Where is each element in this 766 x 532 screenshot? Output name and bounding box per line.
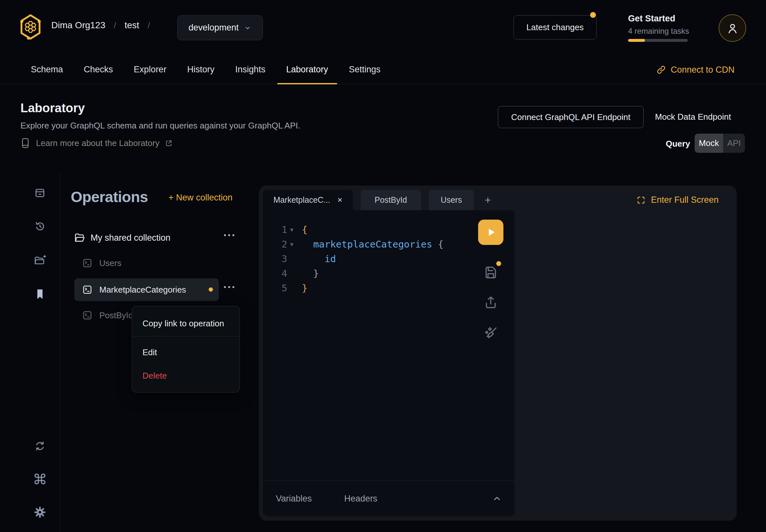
prettify-query-button[interactable] <box>483 325 499 341</box>
headers-tab[interactable]: Headers <box>344 494 377 504</box>
command-glyph: ⌘ <box>33 471 47 488</box>
operation-icon <box>82 258 93 269</box>
refresh-icon[interactable] <box>34 440 46 452</box>
code-token: } <box>302 283 307 294</box>
environment-selector[interactable]: development <box>177 15 263 40</box>
command-menu-icon[interactable]: ⌘ <box>34 473 46 485</box>
play-icon <box>484 226 497 239</box>
tab-settings[interactable]: Settings <box>340 55 390 84</box>
operation-icon <box>82 284 93 295</box>
code-line: 5 } <box>263 281 515 295</box>
fold-caret-icon[interactable]: ▾ <box>287 226 302 234</box>
get-started-title[interactable]: Get Started <box>628 14 675 24</box>
saved-operations-icon[interactable] <box>34 187 46 199</box>
operation-row-users[interactable]: Users <box>82 254 121 272</box>
enter-full-screen-label: Enter Full Screen <box>651 195 719 205</box>
operation-icon <box>82 310 93 321</box>
code-token: { <box>438 239 444 250</box>
user-avatar[interactable] <box>719 14 746 42</box>
get-started-subtitle: 4 remaining tasks <box>628 27 689 36</box>
line-number: 4 <box>263 268 287 279</box>
breadcrumb-project[interactable]: test <box>125 20 139 30</box>
tab-insights[interactable]: Insights <box>226 55 274 84</box>
editor-tab-label: Users <box>441 195 462 205</box>
variables-tab[interactable]: Variables <box>276 494 312 504</box>
line-number: 2 <box>263 239 287 250</box>
operation-label: Users <box>99 258 121 268</box>
tab-checks[interactable]: Checks <box>75 55 122 84</box>
editor-tab-marketplacecategories[interactable]: MarketplaceC... × <box>263 190 353 210</box>
editor-tab-label: MarketplaceC... <box>273 195 330 205</box>
menu-item-copy-link[interactable]: Copy link to operation <box>142 319 224 329</box>
line-number: 5 <box>263 283 287 294</box>
new-collection-button[interactable]: + New collection <box>168 193 232 203</box>
connect-to-cdn-link[interactable]: Connect to CDN <box>656 55 735 84</box>
run-query-button[interactable] <box>478 220 504 245</box>
operation-row-marketplacecategories[interactable]: MarketplaceCategories <box>74 278 219 301</box>
mock-endpoint-label: Mock Data Endpoint <box>655 112 731 122</box>
breadcrumb-org[interactable]: Dima Org123 <box>51 20 105 30</box>
query-code-editor[interactable]: 1 ▾ { 2 ▾ marketplaceCategories { 3 id <box>263 210 515 480</box>
menu-item-edit[interactable]: Edit <box>142 347 157 357</box>
laboratory-page: Dima Org123 / test / development Latest … <box>0 0 766 532</box>
operation-menu-button[interactable] <box>224 286 234 288</box>
toggle-option-mock[interactable]: Mock <box>695 134 723 153</box>
mock-data-endpoint-button[interactable]: Mock Data Endpoint <box>655 106 731 127</box>
editor-tab-postbyid[interactable]: PostById <box>360 190 421 210</box>
page-title: Laboratory <box>20 101 85 115</box>
fold-caret-icon[interactable]: ▾ <box>287 240 302 248</box>
bookmark-icon[interactable] <box>34 288 46 300</box>
collapse-panel-button[interactable] <box>491 492 504 505</box>
breadcrumb-separator: / <box>114 20 116 30</box>
code-token: marketplaceCategories <box>313 239 438 250</box>
breadcrumb-separator: / <box>148 20 150 30</box>
folder-open-icon <box>74 233 85 243</box>
latest-changes-button[interactable]: Latest changes <box>514 15 597 40</box>
book-icon <box>20 138 30 149</box>
save-operation-button[interactable] <box>483 265 498 280</box>
person-icon <box>726 22 739 35</box>
page-description: Explore your GraphQL schema and run quer… <box>20 121 300 131</box>
learn-more-link[interactable]: Learn more about the Laboratory <box>20 138 172 149</box>
environment-label: development <box>188 23 239 33</box>
share-operation-button[interactable] <box>483 295 498 310</box>
toggle-option-api[interactable]: API <box>723 134 745 153</box>
query-label: Query <box>666 139 690 149</box>
collection-menu-button[interactable] <box>224 234 234 236</box>
code-token: id <box>324 253 336 264</box>
hive-logo-icon <box>19 14 42 40</box>
vertical-divider <box>60 172 60 532</box>
new-collection-icon[interactable] <box>34 254 46 267</box>
new-tab-button[interactable]: + <box>483 190 493 210</box>
code-token: } <box>313 268 319 279</box>
enter-full-screen-button[interactable]: Enter Full Screen <box>637 190 719 210</box>
tab-schema[interactable]: Schema <box>22 55 72 84</box>
settings-gear-icon[interactable] <box>34 506 46 518</box>
main-nav: Schema Checks Explorer History Insights … <box>0 55 766 84</box>
collection-row[interactable]: My shared collection <box>74 229 237 247</box>
notification-dot <box>590 12 596 18</box>
get-started-progress <box>628 39 688 42</box>
history-icon[interactable] <box>34 220 46 233</box>
operation-label: MarketplaceCategories <box>99 285 186 295</box>
editor-bottom-bar: Variables Headers <box>263 481 515 516</box>
context-menu: Copy link to operation Edit Delete <box>132 306 240 393</box>
tab-laboratory[interactable]: Laboratory <box>277 55 337 84</box>
connect-to-cdn-label: Connect to CDN <box>671 65 735 75</box>
editor-tab-users[interactable]: Users <box>429 190 474 210</box>
operation-row-postbyid[interactable]: PostById <box>82 307 133 324</box>
tab-history[interactable]: History <box>178 55 224 84</box>
menu-divider <box>132 336 239 336</box>
line-number: 3 <box>263 253 287 264</box>
tab-explorer[interactable]: Explorer <box>125 55 176 84</box>
external-link-icon <box>165 139 172 147</box>
learn-more-label: Learn more about the Laboratory <box>36 138 159 148</box>
link-icon <box>656 65 666 75</box>
close-tab-icon[interactable]: × <box>337 195 342 205</box>
chevron-up-icon <box>492 494 502 503</box>
connect-graphql-endpoint-button[interactable]: Connect GraphQL API Endpoint <box>498 106 644 128</box>
operations-title: Operations <box>71 188 148 206</box>
menu-item-delete[interactable]: Delete <box>142 371 167 381</box>
query-target-toggle: Mock API <box>695 134 745 153</box>
code-line: 3 id <box>263 251 515 266</box>
